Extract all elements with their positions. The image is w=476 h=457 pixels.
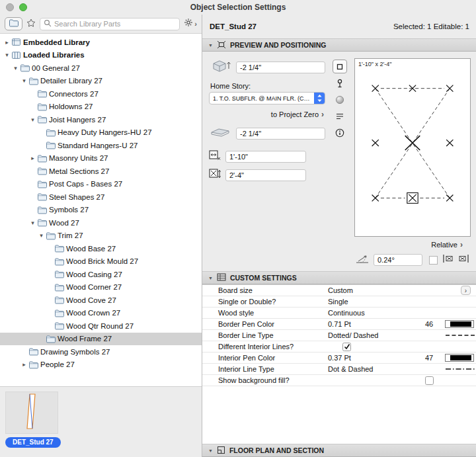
tree-item[interactable]: Connectors 27	[0, 87, 202, 101]
folder-view-button[interactable]	[5, 17, 22, 30]
chevron-right-icon[interactable]: ▸	[3, 39, 11, 46]
symbol-preview[interactable]: 1'-10" x 2'-4"	[354, 58, 471, 237]
home-story-select[interactable]: 1. T.O. SUBFLR. @ MAIN FLR. (C…	[209, 92, 325, 104]
section-custom-settings[interactable]: ▼ CUSTOM SETTINGS	[202, 271, 476, 284]
mirror-icon[interactable]	[441, 253, 454, 267]
tree-item[interactable]: ▸Embedded Library	[0, 36, 202, 49]
line-type-preview[interactable]	[445, 333, 476, 338]
tree-item[interactable]: Wood Crown 27	[0, 307, 202, 320]
background-fill-checkbox[interactable]	[425, 376, 434, 385]
top-offset-field[interactable]	[236, 62, 325, 73]
tree-item[interactable]: Wood Cove 27	[0, 294, 202, 307]
rotation-angle-field[interactable]	[374, 254, 422, 266]
chevron-right-icon[interactable]: ▸	[20, 361, 28, 368]
setting-control[interactable]	[445, 333, 476, 338]
pen-color-swatch[interactable]	[445, 354, 474, 362]
setting-value[interactable]: Continuous	[328, 309, 424, 317]
angle-aux-field[interactable]	[429, 256, 438, 265]
chevron-down-icon[interactable]: ▾	[11, 65, 20, 71]
library-tree[interactable]: ▸Embedded Library▾Loaded Libraries▾00 Ge…	[0, 34, 202, 386]
zoom-button[interactable]	[19, 3, 27, 11]
tree-item[interactable]: Wood Base 27	[0, 242, 202, 255]
setting-control[interactable]	[445, 366, 476, 372]
tree-item[interactable]: Wood Brick Mould 27	[0, 255, 202, 269]
tree-item[interactable]: ▾Detailer Library 27	[0, 75, 202, 88]
setting-value[interactable]: 0.71 Pt	[328, 320, 424, 328]
section-floor-plan[interactable]: ▼ FLOOR PLAN AND SECTION	[202, 444, 476, 457]
interior-lines-checkbox[interactable]	[342, 343, 351, 351]
search-input[interactable]	[54, 20, 176, 28]
to-project-zero-button[interactable]: to Project Zero ›	[271, 110, 324, 119]
setting-value[interactable]: Dotted/ Dashed	[328, 331, 424, 339]
width-field[interactable]	[225, 151, 306, 163]
height-field[interactable]	[225, 169, 306, 181]
settings-row[interactable]: Wood styleContinuous	[202, 308, 476, 319]
close-button[interactable]	[6, 3, 14, 11]
setting-value[interactable]	[328, 343, 424, 351]
tree-item[interactable]: ▸People 27	[0, 358, 202, 372]
insertion-point-icon[interactable]	[457, 253, 471, 267]
tree-item[interactable]: Standard Hangers-U 27	[0, 139, 202, 152]
tree-item[interactable]: Post Caps - Bases 27	[0, 178, 202, 191]
chevron-down-icon[interactable]: ▾	[37, 232, 46, 239]
tree-item[interactable]: ▾Wood 27	[0, 216, 202, 229]
settings-row[interactable]: Single or Double?Single	[202, 296, 476, 308]
preview-front-view-button[interactable]	[333, 76, 347, 90]
tree-item[interactable]: ▾Loaded Libraries	[0, 49, 202, 62]
tree-item[interactable]: Wood Qtr Round 27	[0, 319, 202, 333]
tree-item[interactable]: ▾Joist Hangers 27	[0, 113, 202, 126]
setting-value[interactable]: Dot & Dashed	[328, 365, 424, 373]
part-thumbnail[interactable]	[5, 392, 58, 434]
settings-row[interactable]: Different Interior Lines?	[202, 341, 476, 353]
pen-color-swatch[interactable]	[445, 320, 474, 328]
tree-item[interactable]: Symbols 27	[0, 204, 202, 217]
tree-item[interactable]: Metal Sections 27	[0, 165, 202, 178]
folder-icon	[20, 63, 32, 72]
tree-item[interactable]: Drawing Symbols 27	[0, 345, 202, 358]
chevron-right-icon[interactable]: ▸	[28, 155, 37, 161]
tree-item[interactable]: Wood Frame 27	[0, 333, 202, 346]
stepper-icon[interactable]	[314, 92, 325, 104]
tree-item[interactable]: Wood Casing 27	[0, 268, 202, 281]
titlebar[interactable]: Object Selection Settings	[0, 0, 476, 15]
setting-value[interactable]: 0.37 Pt	[328, 354, 424, 362]
disclosure-triangle-icon[interactable]: ▼	[208, 448, 213, 453]
setting-control[interactable]	[445, 320, 476, 328]
settings-row[interactable]: Interior Pen Color0.37 Pt47	[202, 353, 476, 364]
setting-control[interactable]	[445, 354, 476, 362]
setting-value[interactable]: Custom	[328, 286, 424, 294]
settings-row[interactable]: Border Line TypeDotted/ Dashed	[202, 330, 476, 341]
favorites-star-button[interactable]	[26, 17, 36, 30]
chevron-down-icon[interactable]: ▾	[28, 116, 37, 123]
preview-section-button[interactable]	[333, 109, 347, 123]
settings-row[interactable]: Interior Line TypeDot & Dashed	[202, 364, 476, 375]
tree-item[interactable]: ▾00 General 27	[0, 62, 202, 75]
tree-item[interactable]: ▸Masonry Units 27	[0, 152, 202, 165]
preview-3d-view-button[interactable]	[333, 93, 347, 106]
preview-2d-symbol-button[interactable]	[333, 60, 347, 73]
settings-row[interactable]: Border Pen Color0.71 Pt46	[202, 319, 476, 330]
setting-control[interactable]: ›	[445, 286, 476, 295]
tree-item[interactable]: Holdowns 27	[0, 101, 202, 114]
chevron-down-icon[interactable]: ▾	[28, 220, 37, 226]
chevron-down-icon[interactable]: ▾	[3, 52, 11, 58]
setting-value[interactable]: Single	[328, 298, 424, 306]
bottom-link-icon	[209, 127, 231, 140]
preview-info-button[interactable]	[333, 126, 347, 140]
tree-item[interactable]: Steel Shapes 27	[0, 190, 202, 204]
tree-item[interactable]: Wood Corner 27	[0, 281, 202, 294]
bottom-offset-field[interactable]	[236, 128, 325, 140]
line-type-preview[interactable]	[445, 366, 476, 372]
settings-row[interactable]: Board sizeCustom›	[202, 285, 476, 296]
disclosure-triangle-icon[interactable]: ▼	[208, 43, 213, 48]
tree-item[interactable]: Heavy Duty Hangers-HU 27	[0, 126, 202, 140]
relative-dropdown[interactable]: Relative ›	[354, 237, 471, 253]
search-box[interactable]	[40, 18, 180, 30]
chevron-down-icon[interactable]: ▾	[20, 77, 28, 84]
tree-item[interactable]: ▾Trim 27	[0, 229, 202, 243]
section-preview-positioning[interactable]: ▼ PREVIEW AND POSITIONING	[202, 38, 476, 52]
settings-row[interactable]: Show background fill?	[202, 375, 476, 386]
disclosure-triangle-icon[interactable]: ▼	[208, 276, 213, 280]
row-chevron-icon[interactable]: ›	[461, 286, 471, 295]
settings-menu-button[interactable]: ›	[184, 18, 197, 30]
